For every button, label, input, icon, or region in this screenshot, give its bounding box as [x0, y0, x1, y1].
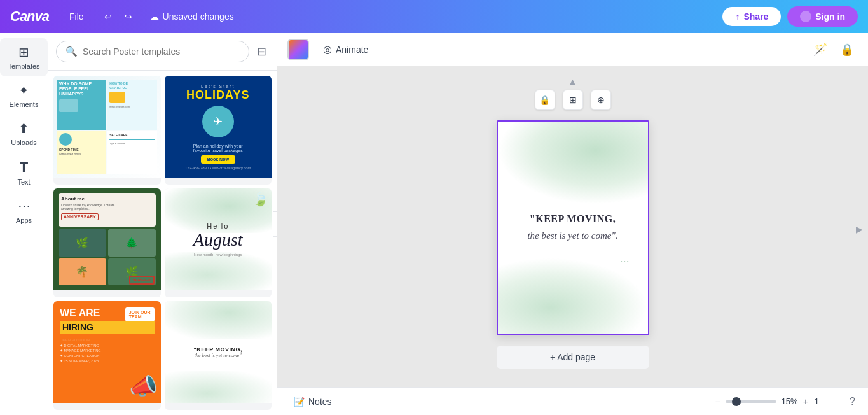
search-bar-container: 🔍 ⊟: [48, 33, 277, 71]
topbar: Canva File ↩ ↪ ☁ Unsaved changes ↑ Share…: [0, 0, 868, 33]
holiday-contact: 123-456-7890 • www.travelagency.com: [185, 166, 251, 170]
text-icon: T: [20, 159, 28, 176]
august-month: August: [193, 230, 243, 250]
hiring-join-label: JOIN OURTEAM: [125, 307, 155, 321]
notes-icon: 📝: [294, 397, 305, 407]
share-icon: ↑: [735, 11, 740, 22]
august-hello: Hello: [207, 222, 229, 230]
template-card-hiring[interactable]: WE ARE HIRING OPEN POSITION ✦ DIGITAL MA…: [53, 301, 161, 410]
canvas-toolbar: ◎ Animate 🪄 🔒: [277, 33, 868, 66]
search-bar: 🔍: [56, 41, 249, 62]
sidebar-item-templates[interactable]: ⊞ Templates: [0, 38, 48, 76]
canvas-area: ◎ Animate 🪄 🔒 ▲ ▶ 🔒 ⊞ ⊕: [277, 33, 868, 415]
template-card-info[interactable]: WHY DO SOME PEOPLE FEEL UNHAPPY? HOW TO …: [53, 76, 161, 185]
journal-stamp: VERIFIED: [129, 276, 155, 285]
august-leaves-icon: 🍃: [252, 192, 268, 207]
holiday-book-btn[interactable]: Book Now: [201, 155, 235, 164]
canvas-workspace[interactable]: ▲ ▶ 🔒 ⊞ ⊕ • • • "KEEP MOVING, the best i…: [277, 71, 868, 387]
top-scrollbar: [277, 66, 868, 71]
search-icon: 🔍: [65, 46, 78, 57]
holiday-title: Let's Start: [201, 84, 235, 88]
canvas-quote-main: "KEEP MOVING,: [527, 213, 617, 226]
filter-button[interactable]: ⊟: [254, 42, 269, 61]
km-watercolor-bottom: [165, 371, 272, 403]
help-button[interactable]: ?: [847, 393, 858, 410]
unsaved-label: Unsaved changes: [163, 11, 234, 22]
tpl-info-cell-2: HOW TO BE GRATEFUL www.website.com: [107, 80, 156, 130]
hiring-details: ✦ DIGITAL MARKETING ✦ MANAGE MARKETING ✦…: [60, 343, 155, 364]
km-quote-main: "KEEP MOVING,: [193, 346, 242, 353]
templates-icon: ⊞: [18, 45, 29, 60]
canvas-quote-italic: the best is yet to come".: [527, 229, 617, 243]
share-button[interactable]: ↑ Share: [722, 7, 781, 26]
status-right: − 15% + 1 ⛶ ?: [715, 393, 858, 410]
apps-icon: ⋯: [18, 199, 31, 214]
fullscreen-button[interactable]: ⛶: [825, 393, 841, 410]
km-quote-italic: the best is yet to come": [193, 353, 242, 358]
watercolor-top: [498, 122, 648, 204]
template-card-august[interactable]: 🍃 Hello August New month, new beginnings: [165, 188, 272, 297]
animate-label: Animate: [336, 45, 368, 55]
canvas-page-controls: 🔒 ⊞ ⊕: [535, 90, 611, 110]
template-card-journal[interactable]: About me I love to share my knowledge. I…: [53, 188, 161, 297]
elements-icon: ✦: [18, 83, 29, 98]
zoom-out-button[interactable]: −: [715, 397, 720, 407]
template-card-holiday[interactable]: Let's Start HOLIDAYS ✈ Plan an holiday w…: [165, 76, 272, 185]
color-swatch[interactable]: [287, 39, 309, 60]
search-input[interactable]: [83, 46, 240, 57]
zoom-value: 15%: [782, 397, 798, 406]
template-card-keepmoving[interactable]: "KEEP MOVING, the best is yet to come": [165, 301, 272, 410]
add-page-button[interactable]: + Add page: [497, 346, 649, 369]
sidebar-label-templates: Templates: [8, 62, 39, 70]
tpl-info-cell-3: SPEND TIME with loved ones: [57, 131, 106, 174]
topbar-right: ↑ Share Sign in: [722, 6, 858, 27]
page-copy-button[interactable]: ⊞: [563, 90, 583, 110]
notes-button[interactable]: 📝 Notes: [287, 393, 338, 411]
sidebar-label-elements: Elements: [10, 101, 39, 108]
sidebar-label-uploads: Uploads: [11, 139, 36, 146]
scroll-up-button[interactable]: ▲: [568, 76, 577, 87]
km-watercolor-top: [165, 301, 272, 339]
cloud-icon: ☁: [150, 11, 159, 22]
zoom-controls: − 15% +: [715, 397, 808, 407]
toolbar-right: 🪄 🔒: [809, 39, 858, 60]
lock-button[interactable]: 🔒: [836, 39, 858, 60]
km-text: "KEEP MOVING, the best is yet to come": [193, 346, 242, 358]
unsaved-indicator: ☁ Unsaved changes: [150, 11, 234, 22]
file-menu-button[interactable]: File: [64, 9, 89, 24]
hiring-megaphone-icon: 📣: [129, 373, 158, 400]
watercolor-dots: • • •: [621, 258, 629, 264]
zoom-slider[interactable]: [726, 400, 776, 403]
templates-panel: 🔍 ⊟ WHY DO SOME PEOPLE FEEL UNHAPPY?: [48, 33, 277, 415]
signin-button[interactable]: Sign in: [787, 6, 858, 27]
page-indicator: 1: [815, 397, 819, 406]
sidebar-item-elements[interactable]: ✦ Elements: [0, 76, 48, 115]
holiday-circle: ✈: [202, 106, 234, 137]
collapse-panel-button[interactable]: ◀: [273, 211, 277, 237]
scroll-right-button[interactable]: ▶: [856, 224, 863, 234]
sidebar-item-text[interactable]: T Text: [0, 153, 48, 192]
page-add-button[interactable]: ⊕: [591, 90, 611, 110]
magic-wand-button[interactable]: 🪄: [809, 39, 831, 60]
sidebar: ⊞ Templates ✦ Elements ⬆ Uploads T Text …: [0, 33, 48, 415]
tpl-info-cell-4: SELF CARE Tips & Advice: [107, 131, 156, 174]
hiring-subtitle: HIRING: [60, 321, 155, 334]
sidebar-label-apps: Apps: [16, 216, 32, 224]
watercolor-bottom: [498, 258, 648, 334]
sidebar-item-uploads[interactable]: ⬆ Uploads: [0, 115, 48, 153]
tpl-info-cell-1: WHY DO SOME PEOPLE FEEL UNHAPPY?: [57, 80, 106, 130]
animate-icon: ◎: [323, 43, 332, 55]
journal-photo-1: 🌿: [59, 229, 106, 257]
redo-button[interactable]: ↪: [120, 9, 137, 24]
page-lock-button[interactable]: 🔒: [535, 90, 555, 110]
canvas-page-wrapper: 🔒 ⊞ ⊕ • • • "KEEP MOVING, the best is ye…: [497, 71, 649, 387]
sidebar-item-apps[interactable]: ⋯ Apps: [0, 192, 48, 230]
undo-button[interactable]: ↩: [99, 9, 117, 24]
journal-photo-2: 🌲: [108, 229, 156, 257]
status-bar: 📝 Notes − 15% + 1 ⛶ ?: [277, 387, 868, 415]
animate-button[interactable]: ◎ Animate: [317, 39, 375, 59]
holiday-sub: Plan an holiday with yourfavourite trave…: [193, 144, 243, 153]
zoom-in-button[interactable]: +: [803, 397, 808, 407]
holiday-main: HOLIDAYS: [186, 88, 249, 102]
august-watercolor-bottom: [165, 252, 272, 290]
